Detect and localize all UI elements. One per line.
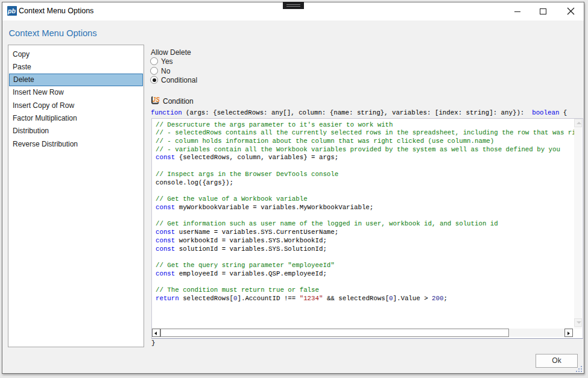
svg-text:JS: JS [153, 96, 160, 103]
